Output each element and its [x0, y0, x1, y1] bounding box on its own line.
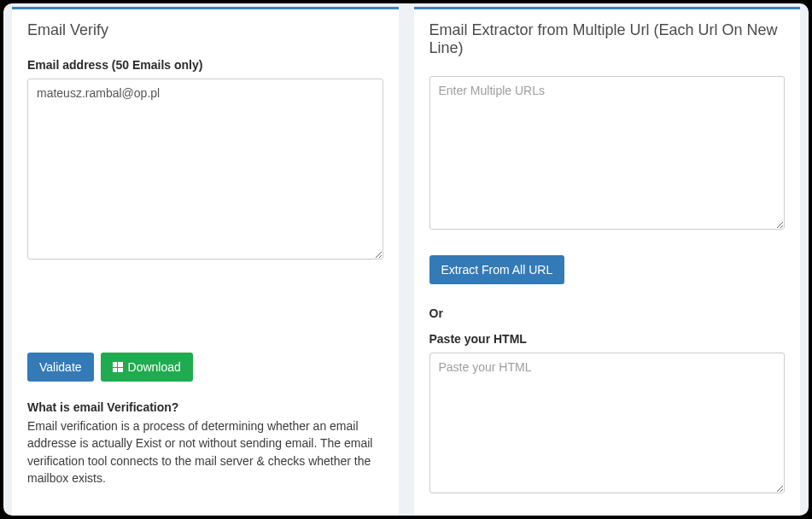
urls-input[interactable]: [429, 76, 786, 230]
paste-html-input[interactable]: [429, 353, 786, 493]
panel-header: Email Verify: [12, 9, 399, 50]
email-address-input[interactable]: [27, 79, 383, 260]
verification-info: What is email Verification? Email verifi…: [27, 400, 383, 487]
verify-button-row: Validate Download: [27, 353, 383, 382]
panel-body: Email address (50 Emails only) Validate …: [12, 50, 399, 516]
validate-button[interactable]: Validate: [27, 353, 94, 382]
panel-title-verify: Email Verify: [27, 21, 383, 39]
or-label: Or: [429, 306, 786, 320]
info-text: Email verification is a process of deter…: [27, 417, 383, 487]
download-button[interactable]: Download: [101, 353, 193, 382]
email-verify-panel: Email Verify Email address (50 Emails on…: [12, 7, 399, 516]
extract-button[interactable]: Extract From All URL: [429, 255, 565, 284]
panel-body: Extract From All URL Or Paste your HTML: [414, 67, 801, 516]
email-address-label: Email address (50 Emails only): [27, 58, 383, 72]
panel-header: Email Extractor from Multiple Url (Each …: [414, 9, 801, 67]
download-button-label: Download: [128, 360, 181, 374]
windows-icon: [113, 362, 123, 372]
app-frame: Email Verify Email address (50 Emails on…: [3, 3, 809, 516]
info-title: What is email Verification?: [27, 400, 383, 414]
paste-html-label: Paste your HTML: [429, 332, 786, 346]
panel-title-extractor: Email Extractor from Multiple Url (Each …: [429, 21, 786, 57]
email-extractor-panel: Email Extractor from Multiple Url (Each …: [414, 7, 801, 516]
extract-button-row: Extract From All URL: [429, 255, 786, 284]
